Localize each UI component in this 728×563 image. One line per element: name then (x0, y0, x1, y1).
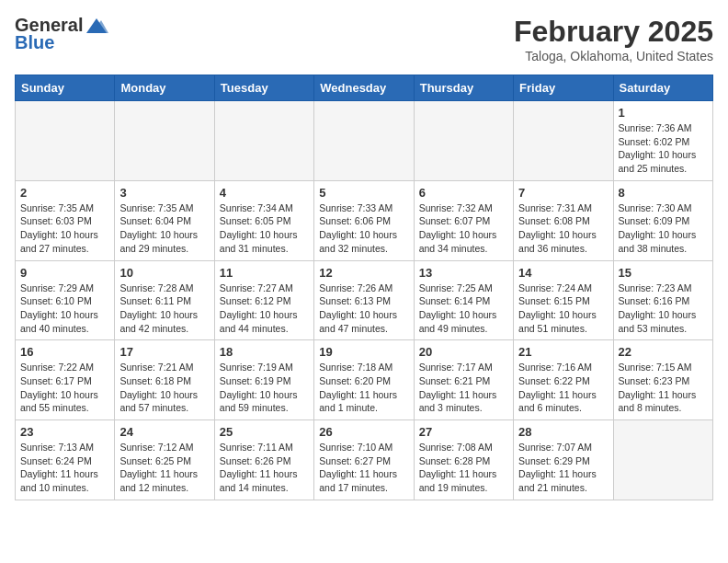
calendar-header-row: SundayMondayTuesdayWednesdayThursdayFrid… (16, 75, 713, 101)
calendar-cell: 18Sunrise: 7:19 AMSunset: 6:19 PMDayligh… (214, 340, 313, 420)
day-info: Sunrise: 7:19 AMSunset: 6:19 PMDaylight:… (220, 361, 309, 415)
day-number: 13 (419, 266, 508, 280)
day-number: 16 (20, 345, 109, 359)
day-number: 25 (220, 425, 309, 439)
day-info: Sunrise: 7:31 AMSunset: 6:08 PMDaylight:… (518, 201, 608, 256)
calendar-cell: 4Sunrise: 7:34 AMSunset: 6:05 PMDaylight… (214, 180, 313, 260)
calendar-cell: 3Sunrise: 7:35 AMSunset: 6:04 PMDaylight… (115, 180, 214, 260)
day-info: Sunrise: 7:35 AMSunset: 6:03 PMDaylight:… (20, 201, 109, 256)
calendar-cell: 27Sunrise: 7:08 AMSunset: 6:28 PMDayligh… (414, 420, 513, 500)
day-number: 22 (619, 345, 708, 359)
day-number: 7 (518, 186, 608, 200)
day-info: Sunrise: 7:30 AMSunset: 6:09 PMDaylight:… (619, 201, 708, 256)
page-title: February 2025 (514, 15, 713, 49)
calendar-cell: 7Sunrise: 7:31 AMSunset: 6:08 PMDaylight… (514, 180, 613, 260)
calendar-cell: 17Sunrise: 7:21 AMSunset: 6:18 PMDayligh… (115, 340, 214, 420)
calendar-cell (16, 101, 115, 181)
day-info: Sunrise: 7:21 AMSunset: 6:18 PMDaylight:… (119, 361, 209, 415)
column-header-sunday: Sunday (16, 75, 115, 101)
column-header-saturday: Saturday (613, 75, 712, 101)
calendar-week-3: 9Sunrise: 7:29 AMSunset: 6:10 PMDaylight… (16, 260, 713, 340)
calendar-cell (613, 420, 712, 500)
day-number: 9 (20, 266, 109, 280)
day-number: 8 (619, 186, 708, 200)
day-info: Sunrise: 7:10 AMSunset: 6:27 PMDaylight:… (319, 441, 408, 495)
calendar-cell: 24Sunrise: 7:12 AMSunset: 6:25 PMDayligh… (115, 420, 214, 500)
day-info: Sunrise: 7:17 AMSunset: 6:21 PMDaylight:… (419, 361, 508, 415)
calendar-cell: 2Sunrise: 7:35 AMSunset: 6:03 PMDaylight… (16, 180, 115, 260)
day-info: Sunrise: 7:18 AMSunset: 6:20 PMDaylight:… (319, 361, 408, 415)
calendar-week-4: 16Sunrise: 7:22 AMSunset: 6:17 PMDayligh… (16, 340, 713, 420)
day-info: Sunrise: 7:13 AMSunset: 6:24 PMDaylight:… (20, 441, 109, 495)
calendar-cell: 26Sunrise: 7:10 AMSunset: 6:27 PMDayligh… (314, 420, 414, 500)
calendar-cell: 10Sunrise: 7:28 AMSunset: 6:11 PMDayligh… (115, 260, 214, 340)
title-block: February 2025 Taloga, Oklahoma, United S… (514, 15, 713, 63)
calendar-cell: 15Sunrise: 7:23 AMSunset: 6:16 PMDayligh… (613, 260, 712, 340)
day-info: Sunrise: 7:32 AMSunset: 6:07 PMDaylight:… (419, 201, 508, 256)
day-number: 19 (319, 345, 408, 359)
column-header-tuesday: Tuesday (214, 75, 313, 101)
calendar-cell: 20Sunrise: 7:17 AMSunset: 6:21 PMDayligh… (414, 340, 513, 420)
day-number: 4 (220, 186, 309, 200)
calendar-cell (314, 101, 414, 181)
day-number: 15 (619, 266, 708, 280)
day-info: Sunrise: 7:36 AMSunset: 6:02 PMDaylight:… (619, 121, 708, 176)
logo: General Blue (15, 15, 108, 53)
day-number: 12 (319, 266, 408, 280)
day-number: 11 (220, 266, 309, 280)
day-number: 6 (419, 186, 508, 200)
page-subtitle: Taloga, Oklahoma, United States (514, 49, 713, 63)
calendar-cell: 13Sunrise: 7:25 AMSunset: 6:14 PMDayligh… (414, 260, 513, 340)
day-number: 20 (419, 345, 508, 359)
day-info: Sunrise: 7:26 AMSunset: 6:13 PMDaylight:… (319, 282, 408, 336)
calendar-cell (514, 101, 613, 181)
calendar-cell: 9Sunrise: 7:29 AMSunset: 6:10 PMDaylight… (16, 260, 115, 340)
calendar-cell (414, 101, 513, 181)
calendar-cell: 16Sunrise: 7:22 AMSunset: 6:17 PMDayligh… (16, 340, 115, 420)
day-info: Sunrise: 7:35 AMSunset: 6:04 PMDaylight:… (119, 201, 209, 256)
calendar-cell (214, 101, 313, 181)
logo-blue-text: Blue (15, 32, 54, 53)
page-header: General Blue February 2025 Taloga, Oklah… (15, 15, 713, 63)
day-number: 24 (119, 425, 209, 439)
calendar-week-5: 23Sunrise: 7:13 AMSunset: 6:24 PMDayligh… (16, 420, 713, 500)
calendar-cell: 23Sunrise: 7:13 AMSunset: 6:24 PMDayligh… (16, 420, 115, 500)
day-info: Sunrise: 7:25 AMSunset: 6:14 PMDaylight:… (419, 282, 508, 336)
day-number: 21 (518, 345, 608, 359)
day-number: 18 (220, 345, 309, 359)
day-number: 1 (619, 106, 708, 120)
day-number: 28 (518, 425, 608, 439)
day-info: Sunrise: 7:34 AMSunset: 6:05 PMDaylight:… (220, 201, 309, 256)
calendar-cell: 22Sunrise: 7:15 AMSunset: 6:23 PMDayligh… (613, 340, 712, 420)
column-header-wednesday: Wednesday (314, 75, 414, 101)
calendar-cell: 5Sunrise: 7:33 AMSunset: 6:06 PMDaylight… (314, 180, 414, 260)
calendar-cell: 6Sunrise: 7:32 AMSunset: 6:07 PMDaylight… (414, 180, 513, 260)
logo-icon (85, 17, 108, 35)
calendar-cell: 12Sunrise: 7:26 AMSunset: 6:13 PMDayligh… (314, 260, 414, 340)
column-header-friday: Friday (514, 75, 613, 101)
day-info: Sunrise: 7:15 AMSunset: 6:23 PMDaylight:… (619, 361, 708, 415)
calendar-cell: 11Sunrise: 7:27 AMSunset: 6:12 PMDayligh… (214, 260, 313, 340)
day-info: Sunrise: 7:11 AMSunset: 6:26 PMDaylight:… (220, 441, 309, 495)
day-info: Sunrise: 7:07 AMSunset: 6:29 PMDaylight:… (518, 441, 608, 495)
calendar-cell: 21Sunrise: 7:16 AMSunset: 6:22 PMDayligh… (514, 340, 613, 420)
day-number: 14 (518, 266, 608, 280)
calendar-week-2: 2Sunrise: 7:35 AMSunset: 6:03 PMDaylight… (16, 180, 713, 260)
day-info: Sunrise: 7:22 AMSunset: 6:17 PMDaylight:… (20, 361, 109, 415)
day-number: 5 (319, 186, 408, 200)
day-number: 23 (20, 425, 109, 439)
day-info: Sunrise: 7:29 AMSunset: 6:10 PMDaylight:… (20, 282, 109, 336)
day-info: Sunrise: 7:12 AMSunset: 6:25 PMDaylight:… (119, 441, 209, 495)
column-header-thursday: Thursday (414, 75, 513, 101)
calendar-cell: 25Sunrise: 7:11 AMSunset: 6:26 PMDayligh… (214, 420, 313, 500)
calendar-cell: 14Sunrise: 7:24 AMSunset: 6:15 PMDayligh… (514, 260, 613, 340)
calendar-week-1: 1Sunrise: 7:36 AMSunset: 6:02 PMDaylight… (16, 101, 713, 181)
calendar-table: SundayMondayTuesdayWednesdayThursdayFrid… (15, 75, 713, 500)
day-info: Sunrise: 7:08 AMSunset: 6:28 PMDaylight:… (419, 441, 508, 495)
day-number: 27 (419, 425, 508, 439)
column-header-monday: Monday (115, 75, 214, 101)
day-number: 2 (20, 186, 109, 200)
calendar-cell (115, 101, 214, 181)
day-number: 3 (119, 186, 209, 200)
calendar-cell: 19Sunrise: 7:18 AMSunset: 6:20 PMDayligh… (314, 340, 414, 420)
